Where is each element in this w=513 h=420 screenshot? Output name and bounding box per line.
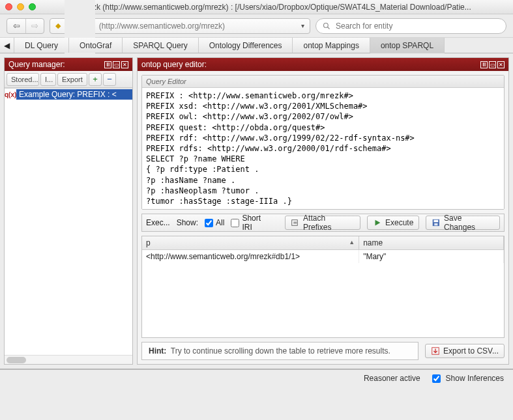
hint-text: Try to continue scrolling down the table…	[171, 346, 390, 356]
tab-ontograf[interactable]: OntoGraf	[69, 38, 123, 53]
tab-scroll-left[interactable]: ◀	[0, 38, 14, 53]
zoom-window-button[interactable]	[29, 3, 36, 10]
cell-p: <http://www.semanticweb.org/mrezk#db1/1>	[142, 250, 359, 264]
close-window-button[interactable]	[5, 3, 12, 10]
results-table[interactable]: p▲ name <http://www.semanticweb.org/mrez…	[141, 236, 505, 338]
stored-query-list[interactable]: q(x) Example Query: PREFIX : <	[5, 88, 132, 364]
hint-box: Hint: Try to continue scrolling down the…	[141, 342, 418, 360]
panel-split-button[interactable]: ▭	[113, 61, 120, 68]
svg-point-0	[324, 23, 329, 27]
panel-close-button[interactable]: ✕	[497, 61, 505, 68]
import-button[interactable]: I...	[40, 73, 56, 86]
sort-indicator: ▲	[349, 239, 355, 245]
query-editor-box: Query Editor PREFIX : <http://www.semant…	[141, 75, 505, 210]
table-row[interactable]: <http://www.semanticweb.org/mrezk#db1/1>…	[142, 250, 504, 264]
entity-search[interactable]	[315, 18, 506, 34]
tab-ontology-differences[interactable]: Ontology Differences	[199, 38, 293, 53]
traffic-lights	[5, 3, 36, 10]
column-header-name[interactable]: name	[359, 236, 504, 250]
show-inferences-input[interactable]	[432, 374, 441, 383]
reasoner-status: Reasoner active	[364, 374, 420, 383]
panel-views-button[interactable]: Ⅲ	[480, 61, 488, 68]
tab-sparql-query[interactable]: SPARQL Query	[123, 38, 198, 53]
svg-line-1	[328, 27, 330, 29]
status-bar: Reasoner active Show Inferences	[0, 369, 513, 387]
query-manager-title: Query manager:	[8, 60, 104, 69]
nav-history-buttons: ⇦ ⇨	[7, 18, 44, 34]
tab-ontop-mappings[interactable]: ontop Mappings	[293, 38, 370, 53]
nav-forward-button[interactable]: ⇨	[25, 19, 44, 33]
query-manager-header: Query manager: Ⅲ ▭ ✕	[5, 58, 132, 71]
add-query-button[interactable]: +	[89, 73, 102, 86]
svg-marker-3	[375, 220, 380, 226]
query-icon: q(x)	[5, 91, 16, 98]
short-iri-checkbox[interactable]: Short IRI	[231, 214, 272, 232]
ontology-icon: ◆	[55, 21, 61, 30]
exec-label: Exec...	[146, 218, 170, 227]
panel-window-controls: Ⅲ ▭ ✕	[104, 61, 128, 68]
entity-search-input[interactable]	[334, 21, 499, 31]
query-editor-header: ontop query editor: Ⅲ ▭ ✕	[138, 58, 508, 71]
scrollbar-thumb[interactable]	[7, 357, 26, 363]
svg-rect-6	[435, 223, 438, 225]
cell-name: "Mary"	[359, 250, 504, 264]
remove-query-button[interactable]: −	[103, 73, 116, 86]
svg-rect-5	[434, 220, 439, 222]
search-icon	[323, 22, 330, 30]
panel-close-button[interactable]: ✕	[121, 61, 128, 68]
save-changes-button[interactable]: Save Changes	[426, 216, 500, 230]
save-icon	[432, 218, 441, 227]
panel-window-controls: Ⅲ ▭ ✕	[480, 61, 505, 68]
svg-rect-2	[292, 220, 298, 226]
panel-views-button[interactable]: Ⅲ	[104, 61, 111, 68]
query-manager-panel: Query manager: Ⅲ ▭ ✕ Stored... I... Expo…	[4, 57, 133, 365]
export-icon	[431, 346, 440, 356]
toolbar: ⇦ ⇨ ◆ mrezk (http://www.semanticweb.org/…	[0, 14, 513, 38]
ontology-iri: (http://www.semanticweb.org/mrezk)	[99, 21, 225, 31]
sparql-editor[interactable]: PREFIX : <http://www.semanticweb.org/mre…	[142, 88, 504, 209]
minimize-window-button[interactable]	[17, 3, 24, 10]
window-title: mrezk (http://www.semanticweb.org/mrezk)…	[42, 3, 508, 12]
export-csv-button[interactable]: Export to CSV...	[425, 344, 505, 358]
horizontal-scrollbar[interactable]	[5, 355, 132, 364]
nav-back-button[interactable]: ⇦	[7, 19, 25, 33]
stored-queries-button[interactable]: Stored...	[7, 73, 39, 86]
panel-split-button[interactable]: ▭	[489, 61, 496, 68]
execute-button[interactable]: Execute	[367, 216, 419, 230]
show-all-checkbox[interactable]: All	[205, 218, 224, 227]
query-editor-title: ontop query editor:	[141, 60, 480, 69]
column-header-p[interactable]: p▲	[142, 236, 359, 250]
main-content: Query manager: Ⅲ ▭ ✕ Stored... I... Expo…	[0, 53, 513, 369]
export-button[interactable]: Export	[57, 73, 87, 86]
hint-row: Hint: Try to continue scrolling down the…	[141, 342, 505, 360]
ontology-iri-selector[interactable]: ◆ mrezk (http://www.semanticweb.org/mrez…	[50, 18, 310, 34]
stored-query-label: Example Query: PREFIX : <	[16, 89, 132, 100]
attach-prefixes-button[interactable]: Attach Prefixes	[285, 216, 360, 230]
stored-query-item[interactable]: q(x) Example Query: PREFIX : <	[5, 89, 132, 100]
query-editor-panel: ontop query editor: Ⅲ ▭ ✕ Query Editor P…	[137, 57, 509, 365]
results-empty-area	[142, 263, 504, 337]
show-inferences-checkbox[interactable]: Show Inferences	[432, 374, 504, 383]
play-icon	[373, 218, 382, 227]
show-label: Show:	[177, 218, 198, 227]
attach-icon	[291, 218, 300, 227]
query-editor-label: Query Editor	[142, 76, 504, 88]
chevron-down-icon: ▾	[301, 22, 304, 29]
show-all-input[interactable]	[205, 219, 213, 227]
view-tabs: ◀ DL Query OntoGraf SPARQL Query Ontolog…	[0, 38, 513, 53]
query-manager-toolbar: Stored... I... Export + −	[5, 71, 132, 88]
tab-dl-query[interactable]: DL Query	[14, 38, 69, 53]
execution-toolbar: Exec... Show: All Short IRI Attach Prefi…	[141, 214, 505, 232]
short-iri-input[interactable]	[231, 219, 239, 227]
hint-label: Hint:	[149, 346, 166, 356]
tab-ontop-sparql[interactable]: ontop SPARQL	[370, 38, 445, 53]
results-grid: p▲ name <http://www.semanticweb.org/mrez…	[142, 236, 504, 263]
